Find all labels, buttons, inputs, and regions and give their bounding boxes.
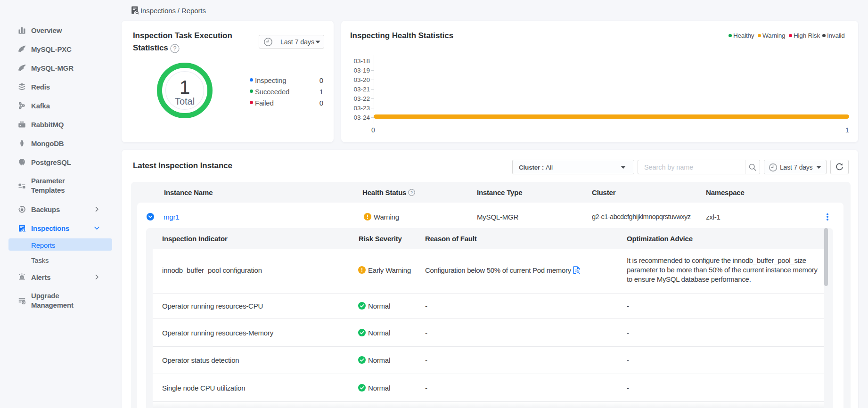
- svg-text:1: 1: [180, 77, 190, 98]
- svg-text:?: ?: [173, 45, 177, 52]
- svg-text:?: ?: [410, 189, 413, 195]
- svg-text:Total: Total: [175, 96, 195, 106]
